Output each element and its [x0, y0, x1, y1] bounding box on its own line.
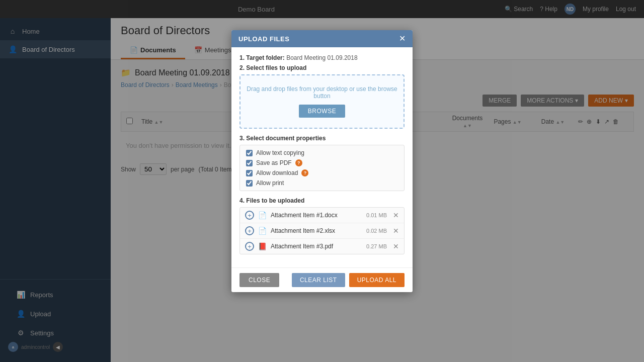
prop-allow-print: Allow print	[246, 179, 398, 187]
file-row-2: + 📄 Attachment Item #2.xlsx 0.02 MB ✕	[240, 223, 404, 239]
clear-list-button[interactable]: CLEAR LIST	[292, 273, 345, 287]
file3-icon: 📕	[258, 242, 267, 250]
save-as-pdf-info-icon[interactable]: ?	[295, 159, 302, 166]
modal-header: UPLOAD FILES ✕	[231, 30, 413, 47]
file-row-1: + 📄 Attachment Item #1.docx 0.01 MB ✕	[240, 208, 404, 223]
file2-add-btn[interactable]: +	[245, 226, 254, 235]
document-properties: Allow text copying Save as PDF ? Allow d…	[239, 145, 405, 191]
prop-allow-text-copying: Allow text copying	[246, 149, 398, 156]
prop-allow-download: Allow download ?	[246, 169, 398, 176]
upload-all-button[interactable]: UPLOAD ALL	[349, 273, 405, 287]
dropzone-text: Drag and drop files from your desktop or…	[246, 85, 398, 100]
file1-size: 0.01 MB	[359, 212, 387, 218]
allow-text-copying-checkbox[interactable]	[246, 150, 253, 156]
modal-footer: CLOSE CLEAR LIST UPLOAD ALL	[231, 267, 413, 292]
allow-text-copying-label: Allow text copying	[256, 149, 304, 156]
files-list: + 📄 Attachment Item #1.docx 0.01 MB ✕ + …	[239, 207, 405, 254]
upload-modal: UPLOAD FILES ✕ 1. Target folder: Board M…	[231, 30, 413, 292]
save-as-pdf-checkbox[interactable]	[246, 160, 253, 166]
file3-name: Attachment Item #3.pdf	[271, 243, 355, 250]
modal-target-folder: Board Meeting 01.09.2018	[286, 54, 357, 61]
file2-remove-btn[interactable]: ✕	[393, 227, 399, 235]
file3-add-btn[interactable]: +	[245, 242, 254, 251]
file1-add-btn[interactable]: +	[245, 211, 254, 220]
file3-size: 0.27 MB	[359, 243, 387, 249]
file2-size: 0.02 MB	[359, 228, 387, 234]
file-row-3: + 📕 Attachment Item #3.pdf 0.27 MB ✕	[240, 239, 404, 254]
allow-print-checkbox[interactable]	[246, 180, 253, 187]
file1-name: Attachment Item #1.docx	[271, 212, 355, 219]
file1-icon: 📄	[258, 211, 267, 219]
file2-name: Attachment Item #2.xlsx	[271, 227, 355, 234]
close-modal-button[interactable]: CLOSE	[239, 273, 279, 287]
file3-remove-btn[interactable]: ✕	[393, 242, 399, 250]
modal-body: 1. Target folder: Board Meeting 01.09.20…	[231, 47, 413, 267]
modal-title: UPLOAD FILES	[238, 35, 289, 43]
save-as-pdf-label: Save as PDF	[256, 159, 292, 166]
browse-button[interactable]: BROWSE	[299, 105, 345, 118]
modal-close-button[interactable]: ✕	[399, 35, 406, 43]
modal-overlay: UPLOAD FILES ✕ 1. Target folder: Board M…	[0, 0, 644, 362]
file1-remove-btn[interactable]: ✕	[393, 211, 399, 219]
modal-step4-label: 4. Files to be uploaded	[239, 197, 405, 204]
dropzone[interactable]: Drag and drop files from your desktop or…	[239, 74, 405, 129]
modal-step2-label: 2. Select files to upload	[239, 64, 405, 71]
allow-download-label: Allow download	[256, 169, 298, 176]
file2-icon: 📄	[258, 227, 267, 235]
modal-step1: 1. Target folder: Board Meeting 01.09.20…	[239, 54, 405, 61]
allow-download-info-icon[interactable]: ?	[301, 169, 308, 176]
allow-download-checkbox[interactable]	[246, 170, 253, 176]
prop-save-as-pdf: Save as PDF ?	[246, 159, 398, 166]
modal-step3-label: 3. Select document properties	[239, 135, 405, 142]
allow-print-label: Allow print	[256, 179, 284, 187]
